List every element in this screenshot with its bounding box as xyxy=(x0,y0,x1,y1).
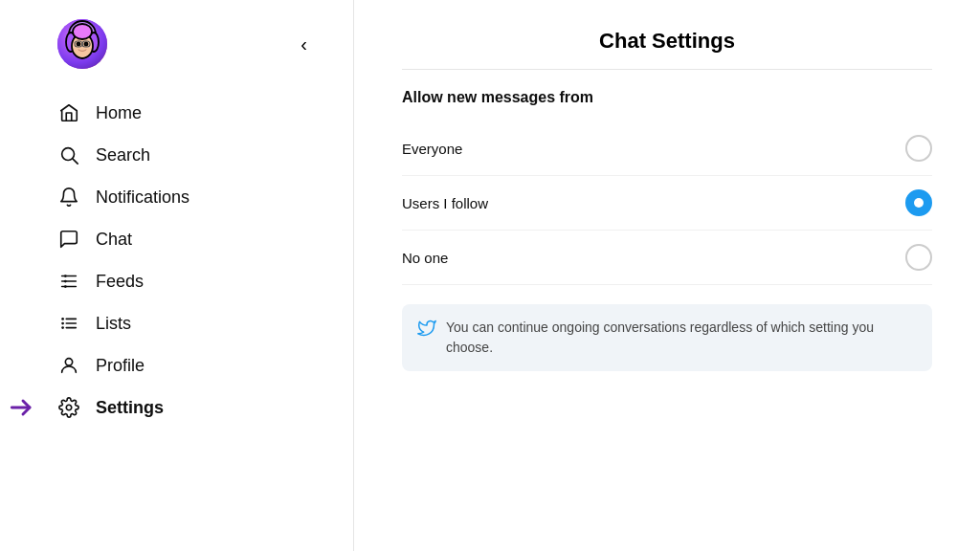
sidebar-label-lists: Lists xyxy=(96,314,131,334)
sidebar-label-profile: Profile xyxy=(96,356,145,376)
sidebar-item-chat[interactable]: Chat xyxy=(57,218,353,260)
svg-point-19 xyxy=(61,322,64,325)
sidebar-item-home[interactable]: Home xyxy=(57,92,353,134)
bell-icon xyxy=(57,186,80,209)
back-button[interactable]: ‹ xyxy=(293,30,315,59)
svg-line-11 xyxy=(73,159,78,164)
sidebar: ‹ Home Search Notifications Chat xyxy=(0,0,354,551)
svg-point-4 xyxy=(78,43,80,46)
feeds-icon xyxy=(57,270,80,293)
option-users-i-follow-label: Users I follow xyxy=(402,195,488,211)
sidebar-item-notifications[interactable]: Notifications xyxy=(57,176,353,218)
main-content: Chat Settings Allow new messages from Ev… xyxy=(354,0,980,551)
sidebar-item-settings[interactable]: Settings xyxy=(57,386,353,429)
section-label: Allow new messages from xyxy=(402,89,932,106)
option-no-one[interactable]: No one xyxy=(402,231,932,285)
info-text: You can continue ongoing conversations r… xyxy=(446,318,917,358)
settings-icon xyxy=(57,396,80,419)
option-no-one-label: No one xyxy=(402,250,448,266)
sidebar-label-home: Home xyxy=(96,103,142,123)
info-bird-icon xyxy=(417,319,436,342)
radio-no-one[interactable] xyxy=(905,244,932,271)
svg-point-9 xyxy=(73,24,92,39)
svg-point-18 xyxy=(61,318,64,320)
option-everyone-label: Everyone xyxy=(402,141,462,157)
svg-point-24 xyxy=(65,359,72,365)
chat-icon xyxy=(57,228,80,251)
avatar[interactable] xyxy=(57,19,107,69)
sidebar-item-feeds[interactable]: Feeds xyxy=(57,260,353,302)
sidebar-item-profile[interactable]: Profile xyxy=(57,344,353,386)
sidebar-label-settings: Settings xyxy=(96,398,164,418)
profile-icon xyxy=(57,354,80,377)
lists-icon xyxy=(57,312,80,335)
page-title: Chat Settings xyxy=(402,29,932,70)
option-users-i-follow[interactable]: Users I follow xyxy=(402,176,932,231)
sidebar-item-search[interactable]: Search xyxy=(57,134,353,176)
radio-everyone[interactable] xyxy=(905,135,932,162)
option-everyone[interactable]: Everyone xyxy=(402,121,932,176)
info-box: You can continue ongoing conversations r… xyxy=(402,304,932,371)
sidebar-item-lists[interactable]: Lists xyxy=(57,302,353,344)
svg-point-5 xyxy=(85,43,88,46)
sidebar-label-search: Search xyxy=(96,145,150,165)
sidebar-label-notifications: Notifications xyxy=(96,187,189,208)
home-icon xyxy=(57,101,80,124)
search-icon xyxy=(57,143,80,166)
svg-point-26 xyxy=(66,405,72,410)
avatar-area: ‹ xyxy=(57,19,353,69)
sidebar-label-feeds: Feeds xyxy=(96,272,144,292)
svg-point-20 xyxy=(61,326,64,329)
settings-arrow xyxy=(10,394,36,421)
radio-users-i-follow[interactable] xyxy=(905,189,932,216)
sidebar-label-chat: Chat xyxy=(96,230,132,250)
